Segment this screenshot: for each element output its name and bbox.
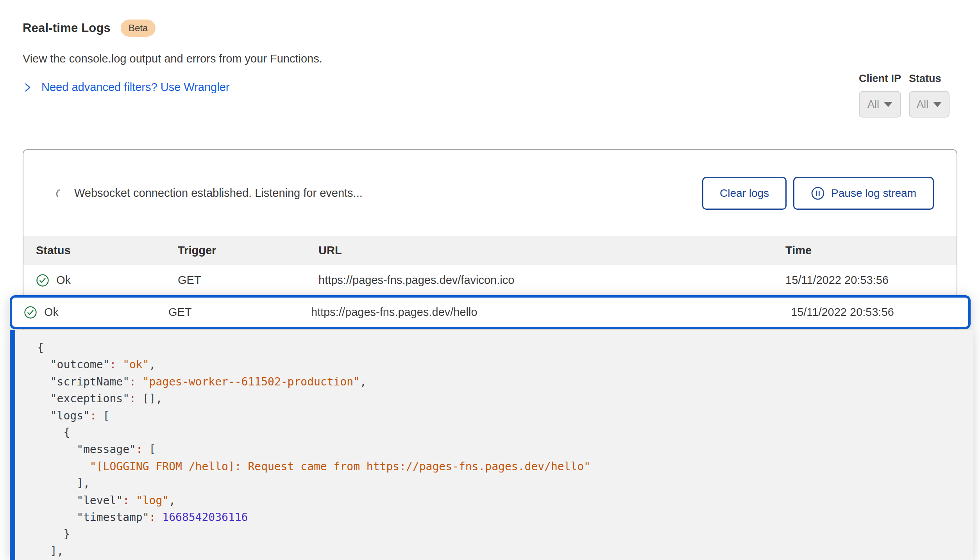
- column-header-status: Status: [36, 244, 178, 257]
- client-ip-label: Client IP: [859, 73, 901, 85]
- log-json-output: { "outcome": "ok", "scriptName": "pages-…: [15, 330, 973, 560]
- code-line: {: [37, 424, 973, 441]
- expanded-log-details: { "outcome": "ok", "scriptName": "pages-…: [10, 330, 973, 560]
- table-header: Status Trigger URL Time: [23, 236, 957, 265]
- time-value: 15/11/2022 20:53:56: [785, 274, 957, 287]
- status-filter-value: All: [917, 98, 928, 111]
- caret-down-icon: [933, 102, 942, 107]
- url-value: https://pages-fns.pages.dev/hello: [311, 306, 791, 319]
- code-line: "level": "log",: [37, 492, 973, 509]
- caret-down-icon: [884, 102, 892, 107]
- websocket-status-row: Websocket connection established. Listen…: [23, 150, 957, 236]
- code-line: "message": [: [37, 441, 973, 458]
- code-line: {: [37, 339, 973, 356]
- filters: Client IP All Status All: [859, 73, 950, 118]
- page-header: Real-time Logs Beta View the console.log…: [23, 20, 322, 94]
- code-line: ],: [37, 543, 973, 560]
- beta-badge: Beta: [121, 20, 156, 37]
- spinner-icon: [55, 187, 66, 200]
- clear-logs-button[interactable]: Clear logs: [702, 177, 787, 210]
- time-value: 15/11/2022 20:53:56: [791, 306, 968, 319]
- status-dropdown[interactable]: All: [909, 91, 950, 118]
- column-header-time: Time: [785, 244, 957, 257]
- code-line: "timestamp": 1668542036116: [37, 509, 973, 526]
- status-value: Ok: [56, 274, 71, 287]
- page-title: Real-time Logs: [23, 21, 111, 35]
- code-line: ],: [37, 475, 973, 492]
- expanded-log-row[interactable]: Ok GET https://pages-fns.pages.dev/hello…: [10, 295, 971, 329]
- check-circle-icon: [24, 306, 37, 319]
- column-header-url: URL: [318, 244, 785, 257]
- pause-log-stream-button[interactable]: Pause log stream: [793, 177, 934, 210]
- column-header-trigger: Trigger: [178, 244, 318, 257]
- pause-icon: [811, 186, 825, 200]
- chevron-right-icon: [23, 82, 33, 93]
- check-circle-icon: [36, 274, 49, 287]
- url-value: https://pages-fns.pages.dev/favicon.ico: [318, 274, 785, 287]
- code-line: "outcome": "ok",: [37, 356, 973, 373]
- trigger-value: GET: [178, 274, 318, 287]
- client-ip-filter-group: Client IP All: [859, 73, 901, 118]
- code-line: "logs": [: [37, 407, 973, 424]
- expanded-log-entry: Ok GET https://pages-fns.pages.dev/hello…: [10, 295, 971, 560]
- page-description: View the console.log output and errors f…: [23, 52, 322, 65]
- wrangler-link-row[interactable]: Need advanced filters? Use Wrangler: [23, 81, 322, 94]
- code-line: }: [37, 526, 973, 542]
- code-line: "exceptions": [],: [37, 390, 973, 407]
- client-ip-value: All: [867, 98, 879, 111]
- code-line: "[LOGGING FROM /hello]: Request came fro…: [37, 458, 973, 475]
- code-line: "scriptName": "pages-worker--611502-prod…: [37, 373, 973, 390]
- status-value: Ok: [44, 306, 59, 319]
- log-row[interactable]: Ok GET https://pages-fns.pages.dev/favic…: [23, 265, 957, 296]
- trigger-value: GET: [168, 306, 311, 319]
- status-filter-group: Status All: [909, 73, 950, 118]
- status-filter-label: Status: [909, 73, 950, 85]
- clear-logs-label: Clear logs: [720, 187, 769, 200]
- client-ip-dropdown[interactable]: All: [859, 91, 901, 118]
- pause-log-stream-label: Pause log stream: [831, 187, 916, 200]
- wrangler-link[interactable]: Need advanced filters? Use Wrangler: [41, 81, 229, 94]
- websocket-status-message: Websocket connection established. Listen…: [74, 187, 363, 200]
